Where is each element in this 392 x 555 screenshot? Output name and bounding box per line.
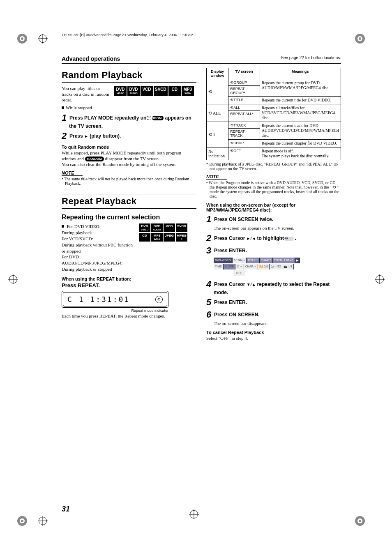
- osd-segment: ▶: [295, 258, 300, 263]
- disc-type-badges: DVDVIDEODVDAUDIOVCDSVCDCDMP3WMAJPEGMPEG4: [139, 223, 196, 242]
- step-number-4: 4: [206, 279, 211, 289]
- disc-badge: DVDAUDIO: [151, 223, 163, 232]
- osb-step1-sub: The on-screen bar appears on the TV scre…: [206, 226, 341, 231]
- disc-badge: MP3WMA: [151, 233, 163, 242]
- disc-badge: MP3WMA: [182, 86, 194, 96]
- cancel-repeat-heading: To cancel Repeat Playback: [206, 330, 341, 335]
- osd-segment: TIME: [214, 264, 224, 269]
- osb-step6-sub: The on-screen bar disappears.: [206, 321, 341, 327]
- lcd-display-illustration: C 1 1:31:01 ⟲ Repeat mode indicator: [62, 291, 196, 313]
- osd-segment: TOTAL 1:01:40: [273, 258, 295, 263]
- quit-body-2: disappear from the TV screen.: [105, 156, 160, 161]
- osd-segment: CHAP 3: [260, 258, 273, 263]
- when-using-osb-heading: When using the on-screen bar (except for…: [206, 203, 341, 212]
- svg-point-8: [21, 520, 23, 522]
- when-using-repeat-label: When using the REPEAT button:: [62, 276, 196, 281]
- quit-body-3: You can also clear the Random mode by tu…: [62, 162, 177, 167]
- osd-segment: DVD-VIDEO: [214, 258, 233, 263]
- lcd-readout: C 1 1:31:01: [67, 295, 130, 304]
- osd-segment: 6.1Mbps: [233, 258, 247, 263]
- osd-off-dropdown: OFF: [233, 270, 245, 276]
- repeat-context-text: For DVD VIDEO:During playbackFor VCD/SVC…: [62, 224, 133, 272]
- step2-text-b: (play button).: [88, 133, 121, 139]
- print-crop-mark: [375, 274, 385, 284]
- disc-badge: MPEG4: [176, 233, 187, 242]
- disc-badge: SVCD: [154, 86, 168, 96]
- step-number-2: 2: [62, 131, 67, 141]
- note-heading: NOTE: [62, 170, 83, 176]
- print-registration-mark: [353, 32, 367, 45]
- repeating-selection-subheading: Repeating the current selection: [62, 214, 196, 221]
- random-pill-icon: RANDOM: [85, 157, 104, 161]
- svg-point-11: [359, 520, 361, 522]
- print-registration-mark: [353, 514, 367, 527]
- osb-step2a: Press Cursor: [214, 235, 247, 241]
- while-stopped-label: While stopped: [66, 105, 92, 110]
- repeat-off-highlight-icon: ⟲ OFF: [285, 237, 293, 241]
- osd-segment: 📷 1/1: [282, 264, 294, 269]
- disc-badge: JPEG: [164, 233, 175, 242]
- note-body: • When the Program mode is active with a…: [206, 180, 341, 198]
- osb-step1: Press ON SCREEN twice.: [214, 216, 273, 222]
- osd-segment: TITLE 1: [247, 258, 260, 263]
- cursor-lr-icon: ►/◄: [247, 236, 256, 241]
- print-crop-mark: [38, 34, 48, 44]
- note-heading: NOTE: [206, 174, 227, 180]
- repeat-playback-heading: Repeat Playback: [62, 194, 196, 209]
- step-number-3: 3: [206, 245, 211, 256]
- square-bullet-icon: [62, 106, 64, 109]
- disc-badge: SVCD: [176, 223, 187, 232]
- disc-badge: CD: [168, 86, 181, 96]
- print-crop-mark: [8, 274, 18, 284]
- repeat-caption-2: Each time you press REPEAT, the Repeat m…: [62, 313, 196, 319]
- step-number-1: 1: [206, 214, 211, 224]
- repeat-modes-table: Display window TV screen Meanings ⟲⟲GROU…: [206, 68, 341, 160]
- disc-badge: DVDAUDIO: [127, 86, 140, 96]
- cursor-ud-icon: ▼/▲: [247, 282, 256, 287]
- step-number-6: 6: [206, 309, 211, 320]
- col-display-window: Display window: [207, 68, 228, 79]
- page-number: 31: [62, 505, 70, 514]
- disc-badge: CD: [139, 233, 150, 242]
- square-bullet-icon: [62, 225, 64, 228]
- lcd-caption: Repeat mode indicator: [62, 309, 168, 313]
- press-repeat-instruction: Press REPEAT.: [62, 282, 196, 288]
- disc-badge: VCD: [141, 86, 153, 96]
- disc-type-badges: DVDVIDEODVDAUDIOVCDSVCDCDMP3WMA: [114, 86, 196, 96]
- osd-segment: CHAP.→: [244, 264, 258, 269]
- step-number-1: 1: [62, 113, 67, 123]
- osd-segment: 🔁 1/8: [258, 264, 270, 269]
- random-pill-icon: RANDOM: [152, 116, 164, 120]
- col-meanings: Meanings: [260, 68, 341, 79]
- print-registration-mark: [16, 514, 29, 527]
- play-triangle-icon: ►: [84, 134, 88, 138]
- step-number-2: 2: [206, 233, 211, 243]
- osd-segment: ⟲ OFF: [224, 264, 235, 269]
- section-title: Advanced operations: [62, 55, 120, 62]
- osd-segment: 💬 –/32: [270, 264, 283, 269]
- note-body: • The same title/track will not be playe…: [62, 177, 196, 186]
- table-footnote: * During playback of a JPEG disc, "REPEA…: [206, 162, 341, 171]
- print-registration-mark: [16, 32, 29, 45]
- print-crop-mark: [38, 516, 48, 526]
- step2-text-a: Press: [69, 133, 84, 139]
- cancel-repeat-body: Select "OFF" in step 4.: [206, 336, 341, 341]
- osd-segment: ⏱→: [235, 264, 244, 269]
- svg-point-2: [21, 37, 23, 40]
- print-crop-mark: [189, 509, 199, 519]
- osb-step2c: .: [293, 235, 296, 241]
- col-tv-screen: TV screen: [228, 68, 260, 79]
- disc-badge: VCD: [164, 223, 175, 232]
- repeat-mode-indicator-icon: ⟲: [155, 296, 163, 303]
- random-playback-heading: Random Playback: [62, 68, 196, 83]
- on-screen-bar-illustration: DVD-VIDEO6.1MbpsTITLE 1CHAP 3TOTAL 1:01:…: [206, 258, 341, 276]
- see-page-reference: See page 22 for button locations.: [281, 55, 341, 60]
- step-number-5: 5: [206, 297, 211, 307]
- source-file-header: TH-S5-S51[B]-06Advanced.fm Page 31 Wedne…: [62, 33, 341, 38]
- svg-point-5: [359, 37, 361, 40]
- disc-badge: DVDVIDEO: [139, 223, 150, 232]
- step1-text-a: Press PLAY MODE repeatedly until: [69, 115, 152, 121]
- osb-step6: Press ON SCREEN.: [214, 312, 260, 318]
- disc-badge: DVDVIDEO: [114, 86, 127, 96]
- quit-random-heading: To quit Random mode: [62, 145, 196, 150]
